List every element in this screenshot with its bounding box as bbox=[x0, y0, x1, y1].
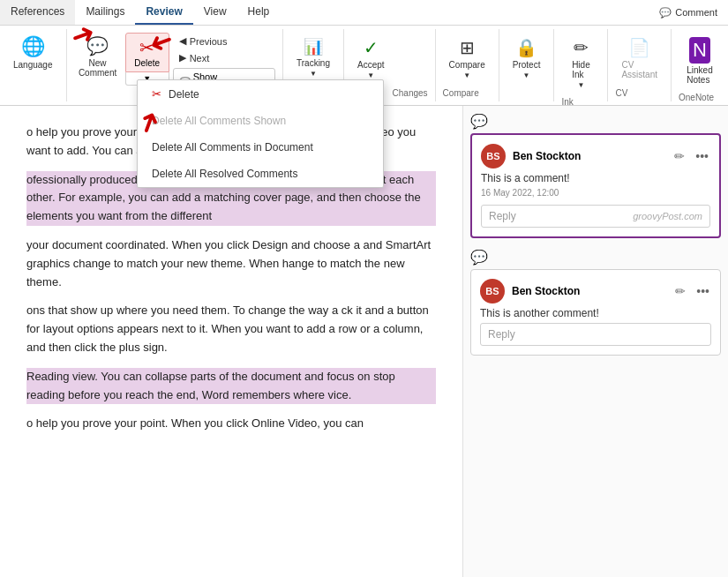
delete-item-label: Delete bbox=[169, 88, 199, 101]
hide-ink-button[interactable]: ✏ HideInk ▼ bbox=[561, 33, 600, 94]
comment-text-1: This is a comment! bbox=[481, 172, 710, 184]
accept-button[interactable]: ✓ Accept ▼ bbox=[351, 33, 391, 84]
comment-author-1: Ben Stockton bbox=[513, 150, 665, 162]
comment-bubble-2: 💬 bbox=[470, 249, 721, 266]
linked-notes-icon: N bbox=[689, 37, 710, 64]
hide-ink-label: HideInk bbox=[572, 60, 590, 79]
compare-arrow: ▼ bbox=[463, 71, 470, 79]
doc-paragraph-6: o help you prove your point. When you cl… bbox=[26, 415, 436, 433]
previous-label: Previous bbox=[190, 36, 228, 47]
language-group: 🌐 Language bbox=[0, 29, 67, 101]
comment-reply-1[interactable]: Reply groovyPost.com bbox=[481, 205, 710, 228]
delete-all-resolved-label: Delete All Resolved Comments bbox=[152, 168, 297, 180]
comment-label: Comment bbox=[675, 7, 717, 18]
comment-header-2: BS Ben Stockton ✏ ••• bbox=[480, 279, 711, 303]
new-comment-button[interactable]: 💬 NewComment bbox=[74, 33, 122, 82]
language-icon: 🌐 bbox=[21, 37, 45, 56]
language-label: Language bbox=[13, 60, 53, 70]
next-label: Next bbox=[190, 53, 210, 64]
tab-help[interactable]: Help bbox=[237, 0, 281, 25]
comment-author-2: Ben Stockton bbox=[512, 285, 666, 297]
linked-notes-button[interactable]: N LinkedNotes bbox=[679, 33, 721, 89]
avatar-1: BS bbox=[481, 144, 506, 169]
previous-button[interactable]: ◀ Previous bbox=[173, 33, 234, 49]
delete-all-shown-label: Delete All Comments Shown bbox=[152, 115, 286, 127]
comment-card-1: BS Ben Stockton ✏ ••• This is a comment!… bbox=[470, 133, 721, 238]
comment-card-2: BS Ben Stockton ✏ ••• This is another co… bbox=[470, 269, 721, 356]
onenote-group-label: OneNote bbox=[679, 91, 714, 102]
comment-edit-button-2[interactable]: ✏ bbox=[673, 282, 687, 300]
cv-group: 📄 CVAssistant CV bbox=[608, 29, 672, 101]
comments-panel: 💬 BS Ben Stockton ✏ ••• This is a commen… bbox=[463, 106, 728, 577]
compare-icon: ⊞ bbox=[460, 37, 475, 58]
reply-label-2: Reply bbox=[488, 328, 703, 341]
protect-icon: 🔒 bbox=[515, 37, 537, 58]
protect-label: Protect bbox=[513, 60, 541, 70]
new-comment-label: NewComment bbox=[79, 58, 116, 78]
dropdown-delete-all-document-item[interactable]: Delete All Comments in Document bbox=[138, 134, 383, 161]
reply-label-1: Reply bbox=[489, 210, 633, 222]
language-button[interactable]: 🌐 Language bbox=[7, 33, 59, 74]
comment-indicator[interactable]: 💬 Comment bbox=[649, 0, 728, 25]
dropdown-delete-item[interactable]: ✂ Delete bbox=[138, 80, 383, 108]
comment-bubble-icon-2: 💬 bbox=[470, 249, 488, 266]
delete-all-document-label: Delete All Comments in Document bbox=[152, 141, 313, 154]
delete-icon: ✂ bbox=[139, 37, 154, 58]
tracking-buttons: 📊 Tracking ▼ bbox=[290, 33, 336, 82]
onenote-group: N LinkedNotes OneNote bbox=[672, 29, 728, 101]
comment-bubble-1: 💬 bbox=[470, 113, 721, 130]
delete-dropdown-menu: ✂ Delete Delete All Comments Shown Delet… bbox=[137, 79, 384, 188]
tab-references[interactable]: References bbox=[0, 0, 75, 25]
compare-group-label: Compare bbox=[443, 86, 479, 98]
cv-icon: 📄 bbox=[628, 37, 650, 58]
comment-more-button-1[interactable]: ••• bbox=[694, 147, 710, 165]
tracking-icon: 📊 bbox=[304, 37, 323, 56]
doc-paragraph-4: ons that show up where you need them. To… bbox=[26, 302, 436, 356]
comment-edit-button-1[interactable]: ✏ bbox=[672, 147, 687, 165]
comment-date-1: 16 May 2022, 12:00 bbox=[481, 188, 710, 198]
next-icon: ▶ bbox=[179, 52, 186, 64]
ink-group: ✏ HideInk ▼ Ink bbox=[554, 29, 608, 101]
cv-label: CVAssistant bbox=[621, 60, 657, 79]
tab-view[interactable]: View bbox=[193, 0, 237, 25]
protect-button[interactable]: 🔒 Protect ▼ bbox=[507, 33, 547, 84]
new-comment-icon: 💬 bbox=[86, 37, 109, 55]
hide-ink-icon: ✏ bbox=[574, 37, 589, 58]
tracking-button[interactable]: 📊 Tracking ▼ bbox=[290, 33, 336, 82]
tab-review[interactable]: Review bbox=[135, 0, 192, 25]
delete-item-icon: ✂ bbox=[152, 87, 161, 101]
delete-label: Delete bbox=[134, 58, 160, 68]
cv-button[interactable]: 📄 CVAssistant bbox=[615, 33, 664, 84]
tracking-arrow: ▼ bbox=[310, 70, 317, 78]
ribbon-tab-bar: References Mailings Review View Help 💬 C… bbox=[0, 0, 728, 26]
linked-notes-label: LinkedNotes bbox=[687, 65, 712, 85]
delete-container: ✂ Delete ▼ bbox=[125, 33, 169, 86]
tracking-label: Tracking bbox=[296, 58, 330, 68]
accept-label: Accept bbox=[357, 60, 385, 70]
comment-header-1: BS Ben Stockton ✏ ••• bbox=[481, 144, 710, 169]
accept-icon: ✓ bbox=[364, 37, 379, 58]
doc-paragraph-3: your document coordinated. When you clic… bbox=[26, 236, 436, 291]
next-button[interactable]: ▶ Next bbox=[173, 49, 216, 66]
previous-icon: ◀ bbox=[179, 35, 186, 47]
dropdown-delete-all-shown-item: Delete All Comments Shown bbox=[138, 108, 383, 134]
compare-group: ⊞ Compare ▼ Compare bbox=[436, 29, 499, 101]
tab-mailings[interactable]: Mailings bbox=[75, 0, 135, 25]
comment-bubble-icon-1: 💬 bbox=[470, 113, 488, 130]
hide-ink-arrow: ▼ bbox=[577, 81, 584, 89]
dropdown-delete-all-resolved-item[interactable]: Delete All Resolved Comments bbox=[138, 161, 383, 187]
reply-site-1: groovyPost.com bbox=[633, 211, 702, 221]
comment-more-button-2[interactable]: ••• bbox=[694, 282, 711, 300]
delete-button-top[interactable]: ✂ Delete bbox=[125, 33, 169, 72]
comment-icon: 💬 bbox=[659, 7, 672, 19]
comment-reply-2[interactable]: Reply bbox=[480, 323, 711, 346]
compare-button[interactable]: ⊞ Compare ▼ bbox=[443, 33, 492, 84]
doc-paragraph-5: Reading view. You can collapse parts of … bbox=[26, 368, 436, 405]
avatar-2: BS bbox=[480, 279, 505, 303]
accept-arrow: ▼ bbox=[367, 71, 374, 79]
cv-group-label: CV bbox=[615, 86, 627, 98]
protect-arrow: ▼ bbox=[523, 71, 530, 79]
protect-group: 🔒 Protect ▼ bbox=[499, 29, 555, 101]
comment-text-2: This is another comment! bbox=[480, 307, 711, 319]
compare-label: Compare bbox=[449, 60, 485, 70]
